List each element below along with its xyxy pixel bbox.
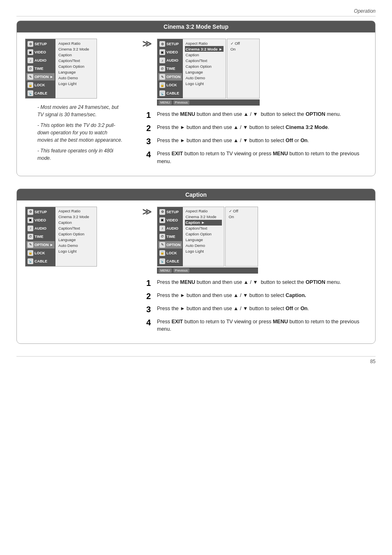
step-number-1: 1 xyxy=(146,111,154,120)
cr-sidebar-option[interactable]: ✎ OPTION xyxy=(158,241,182,249)
r-sidebar-video[interactable]: ▣ VIDEO xyxy=(158,48,182,56)
sidebar-option[interactable]: ✎ OPTION ► xyxy=(26,73,55,81)
cinema-section-title: Cinema 3:2 Mode Setup xyxy=(17,21,375,32)
arrow-right-icon-2: ≫ xyxy=(142,207,152,217)
c-sidebar-setup[interactable]: ⚙ SETUP xyxy=(26,208,55,216)
cinema-right-menu-items: Aspect Ratio Cinema 3:2 Mode ► Caption C… xyxy=(183,39,226,98)
c-step-number-2: 2 xyxy=(146,292,154,301)
note-1: Most movies are 24 frames/sec, but TV si… xyxy=(33,104,124,118)
cr-sidebar-cable[interactable]: 📡 CABLE xyxy=(158,258,182,265)
sidebar-setup[interactable]: ⚙ SETUP xyxy=(26,40,55,48)
c-menu-btn[interactable]: MENU xyxy=(159,268,172,273)
step-number-2: 2 xyxy=(146,124,154,133)
caption-step-3: 3 Press the ► button and then use ▲ / ▼ … xyxy=(146,305,367,314)
c-step-number-3: 3 xyxy=(146,305,154,314)
arrow-right-icon: ≫ xyxy=(142,39,152,49)
cr-sidebar-audio[interactable]: ♪ AUDIO xyxy=(158,225,182,232)
setup-icon: ⚙ xyxy=(28,41,33,47)
c-menu-language[interactable]: Language xyxy=(58,237,95,243)
r-menu-language[interactable]: Language xyxy=(185,69,224,75)
r-sidebar-cable[interactable]: 📡 CABLE xyxy=(158,90,182,97)
caption-left-menu-items: Aspect Ratio Cinema 3:2 Mode Caption Cap… xyxy=(55,207,97,266)
cr-menu-caption-text[interactable]: Caption/Text xyxy=(185,226,222,231)
cr-menu-language[interactable]: Language xyxy=(185,237,222,243)
cinema-left-panels: ⚙ SETUP ▣ VIDEO ♪ AUDIO ⏱ xyxy=(25,39,132,99)
c-sidebar-option[interactable]: ✎ OPTION ► xyxy=(26,241,55,249)
caption-left-col: ⚙ SETUP ▣ VIDEO ♪ AUDIO ⏱ xyxy=(25,207,132,338)
menu-caption-text[interactable]: Caption/Text xyxy=(58,58,95,63)
r-menu-logo-light[interactable]: Logo Light xyxy=(185,81,224,86)
caption-step-4: 4 Press EXIT button to return to TV view… xyxy=(146,318,367,334)
r-sidebar-time[interactable]: ⏱ TIME xyxy=(158,65,182,72)
r-menu-cinema-mode[interactable]: Cinema 3:2 Mode ► xyxy=(185,46,224,52)
r-lock-icon: 🔒 xyxy=(159,82,165,88)
cr-sidebar-time[interactable]: ⏱ TIME xyxy=(158,233,182,240)
caption-bottom-bar: MENU Previous xyxy=(157,267,258,274)
menu-logo-light[interactable]: Logo Light xyxy=(58,81,95,86)
cinema-left-menu-items: Aspect Ratio Cinema 3:2 Mode Caption Cap… xyxy=(55,39,97,98)
cr-setup-icon: ⚙ xyxy=(159,209,165,215)
cr-sidebar-video[interactable]: ▣ VIDEO xyxy=(158,216,182,224)
caption-right-sidebar: ⚙ SETUP ▣ VIDEO ♪ AUDIO xyxy=(157,207,183,266)
cr-menu-logo-light[interactable]: Logo Light xyxy=(185,249,222,254)
video-icon: ▣ xyxy=(28,49,33,55)
c-menu-caption-option[interactable]: Caption Option xyxy=(58,231,95,237)
c-previous-btn[interactable]: Previous xyxy=(173,268,189,273)
cr-menu-aspect-ratio[interactable]: Aspect Ratio xyxy=(185,208,222,214)
c-submenu-off[interactable]: Off xyxy=(228,208,256,214)
c-sidebar-time[interactable]: ⏱ TIME xyxy=(26,233,55,240)
sidebar-audio[interactable]: ♪ AUDIO xyxy=(26,57,55,64)
submenu-off[interactable]: Off xyxy=(229,40,257,46)
r-menu-caption[interactable]: Caption xyxy=(185,52,224,58)
c-sidebar-audio[interactable]: ♪ AUDIO xyxy=(26,225,55,232)
menu-cinema-mode[interactable]: Cinema 3:2 Mode xyxy=(58,46,95,52)
menu-language[interactable]: Language xyxy=(58,69,95,75)
caption-right-panels: ≫ ⚙ SETUP ▣ VIDEO xyxy=(140,207,367,274)
r-sidebar-setup[interactable]: ⚙ SETUP xyxy=(158,40,182,48)
menu-caption[interactable]: Caption xyxy=(58,52,95,58)
sidebar-time[interactable]: ⏱ TIME xyxy=(26,65,55,72)
c-sidebar-video[interactable]: ▣ VIDEO xyxy=(26,216,55,224)
r-option-icon: ✎ xyxy=(159,74,165,80)
r-menu-auto-demo[interactable]: Auto Demo xyxy=(185,75,224,81)
c-menu-caption[interactable]: Caption xyxy=(58,220,95,226)
cr-menu-auto-demo[interactable]: Auto Demo xyxy=(185,243,222,249)
menu-btn[interactable]: MENU xyxy=(159,100,172,105)
menu-aspect-ratio[interactable]: Aspect Ratio xyxy=(58,40,95,46)
c-menu-cinema-mode[interactable]: Cinema 3:2 Mode xyxy=(58,214,95,220)
submenu-on[interactable]: On xyxy=(229,46,257,52)
cr-menu-caption[interactable]: Caption ► xyxy=(185,220,222,226)
menu-caption-option[interactable]: Caption Option xyxy=(58,63,95,69)
sidebar-cable[interactable]: 📡 CABLE xyxy=(26,90,55,97)
cr-sidebar-setup[interactable]: ⚙ SETUP xyxy=(158,208,182,216)
r-sidebar-audio[interactable]: ♪ AUDIO xyxy=(158,57,182,64)
cr-menu-cinema-mode[interactable]: Cinema 3:2 Mode xyxy=(185,214,222,220)
c-menu-logo-light[interactable]: Logo Light xyxy=(58,249,95,254)
cr-menu-caption-option[interactable]: Caption Option xyxy=(185,231,222,237)
cr-lock-icon: 🔒 xyxy=(159,250,165,256)
sidebar-lock[interactable]: 🔒 LOCK xyxy=(26,81,55,89)
caption-section-title: Caption xyxy=(17,189,375,200)
page-number-value: 85 xyxy=(370,359,376,364)
c-sidebar-cable[interactable]: 📡 CABLE xyxy=(26,258,55,265)
c-cable-icon: 📡 xyxy=(28,258,33,264)
c-menu-auto-demo[interactable]: Auto Demo xyxy=(58,243,95,249)
caption-step-2: 2 Press the ► button and then use ▲ / ▼ … xyxy=(146,292,367,301)
r-menu-aspect-ratio[interactable]: Aspect Ratio xyxy=(185,40,224,46)
r-menu-caption-option[interactable]: Caption Option xyxy=(185,63,224,69)
r-menu-caption-text[interactable]: Caption/Text xyxy=(185,58,224,63)
caption-instructions: 1 Press the MENU button and then use ▲ /… xyxy=(140,279,367,334)
r-sidebar-option[interactable]: ✎ OPTION xyxy=(158,73,182,81)
c-sidebar-lock[interactable]: 🔒 LOCK xyxy=(26,249,55,257)
menu-auto-demo[interactable]: Auto Demo xyxy=(58,75,95,81)
previous-btn[interactable]: Previous xyxy=(173,100,189,105)
c-menu-aspect-ratio[interactable]: Aspect Ratio xyxy=(58,208,95,214)
r-sidebar-lock[interactable]: 🔒 LOCK xyxy=(158,81,182,89)
c-menu-caption-text[interactable]: Caption/Text xyxy=(58,226,95,231)
cr-cable-icon: 📡 xyxy=(159,258,165,264)
cinema-two-col: ⚙ SETUP ▣ VIDEO ♪ AUDIO ⏱ xyxy=(17,39,375,170)
r-audio-icon: ♪ xyxy=(159,58,165,63)
c-submenu-on[interactable]: On xyxy=(228,214,256,220)
cr-sidebar-lock[interactable]: 🔒 LOCK xyxy=(158,249,182,257)
sidebar-video[interactable]: ▣ VIDEO xyxy=(26,48,55,56)
